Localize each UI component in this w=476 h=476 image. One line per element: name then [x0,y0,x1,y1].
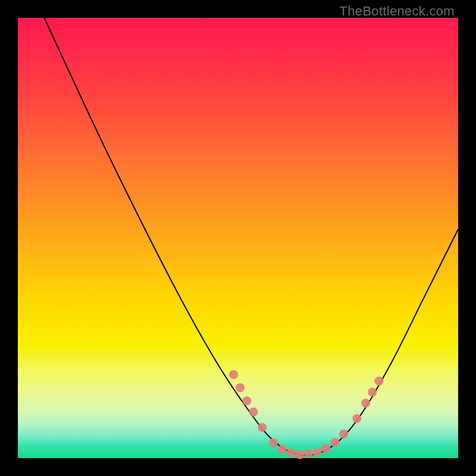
marker-dot [286,449,295,458]
watermark-text: TheBottleneck.com [340,4,455,19]
marker-dot [258,423,267,432]
marker-dot [229,370,238,379]
marker-dot [339,430,348,439]
marker-dot [313,448,322,457]
marker-dot [242,396,251,405]
marker-dot [352,414,361,423]
marker-dot [330,438,339,447]
marker-group [229,370,383,459]
marker-dot [236,383,245,392]
marker-dot [269,439,278,447]
marker-dot [295,450,304,459]
marker-dot [374,377,383,386]
marker-dot [322,444,331,453]
marker-dot [278,445,287,454]
marker-dot [368,388,377,397]
curve-svg [18,18,458,458]
marker-dot [304,449,313,458]
marker-dot [249,408,258,416]
marker-dot [361,399,370,408]
bottleneck-curve [44,18,458,455]
chart-plot-area [18,18,458,458]
